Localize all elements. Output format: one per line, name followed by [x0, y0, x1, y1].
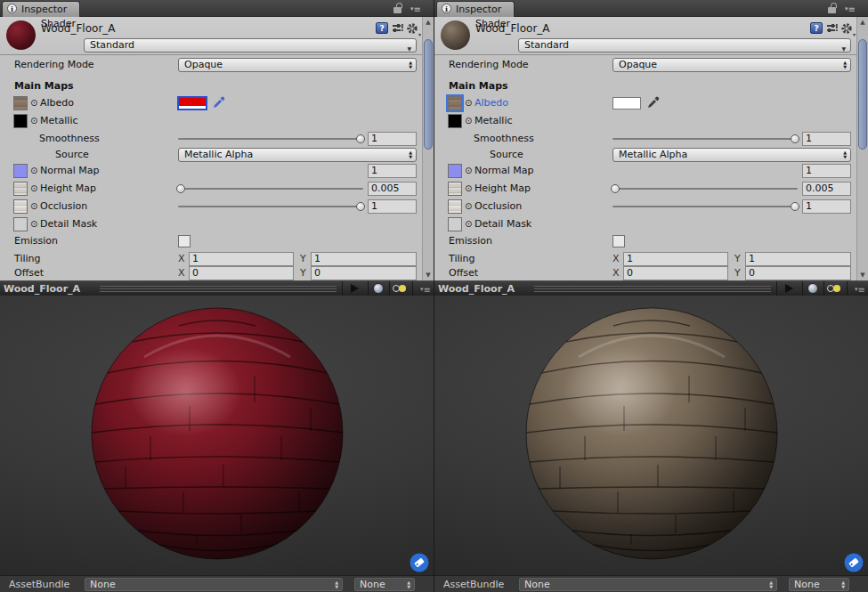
preview-drag-handle[interactable] — [100, 286, 337, 292]
height-map-value[interactable]: 0.005 — [368, 182, 417, 196]
preset-icon[interactable]: ! — [393, 22, 404, 34]
preview-lighting-button[interactable] — [823, 281, 848, 296]
detail-mask-thumb[interactable] — [13, 217, 28, 231]
scroll-down-icon[interactable]: ▼ — [423, 272, 434, 279]
slider-knob[interactable] — [356, 134, 365, 143]
tiling-y-field[interactable]: 1 — [311, 252, 417, 266]
object-picker-icon[interactable]: ⊙ — [30, 98, 37, 109]
lock-icon[interactable] — [828, 7, 836, 13]
tab-menu-icon[interactable] — [845, 4, 856, 14]
normal-map-value[interactable]: 1 — [368, 164, 417, 178]
height-map-thumb[interactable] — [448, 182, 462, 196]
slider-knob[interactable] — [791, 134, 799, 143]
smoothness-slider[interactable] — [178, 138, 363, 140]
assetbundle-variant-dropdown[interactable]: None — [789, 578, 849, 591]
assetbundle-tag-icon[interactable] — [844, 553, 864, 572]
preview-sphere-button[interactable] — [368, 281, 390, 296]
gear-icon[interactable] — [406, 22, 420, 35]
object-picker-icon[interactable]: ⊙ — [465, 219, 472, 230]
emission-checkbox[interactable] — [178, 235, 191, 247]
assetbundle-variant-dropdown[interactable]: None — [354, 578, 415, 591]
eyedropper-icon[interactable] — [213, 96, 225, 109]
offset-x-field[interactable]: 0 — [189, 266, 294, 280]
offset-x-field[interactable]: 0 — [623, 266, 728, 280]
scroll-up-icon[interactable]: ▲ — [857, 19, 868, 26]
height-map-slider[interactable] — [612, 188, 798, 190]
detail-mask-thumb[interactable] — [448, 217, 462, 231]
inspector-scrollbar[interactable]: ▲ ▼ — [422, 17, 434, 280]
rendering-mode-dropdown[interactable]: Opaque — [178, 58, 417, 72]
scroll-down-icon[interactable]: ▼ — [857, 272, 868, 279]
albedo-color-swatch[interactable] — [178, 97, 207, 109]
object-picker-icon[interactable]: ⊙ — [30, 201, 37, 212]
source-dropdown[interactable]: Metallic Alpha — [178, 148, 417, 162]
object-picker-icon[interactable]: ⊙ — [30, 166, 37, 176]
eyedropper-icon[interactable] — [647, 96, 660, 109]
preview-menu-button[interactable] — [847, 281, 868, 296]
assetbundle-dropdown[interactable]: None — [85, 578, 343, 591]
smoothness-value[interactable]: 1 — [802, 132, 851, 146]
smoothness-slider[interactable] — [612, 138, 798, 140]
preview-menu-button[interactable] — [412, 281, 434, 296]
emission-checkbox[interactable] — [612, 235, 625, 247]
shader-dropdown[interactable]: Standard — [84, 38, 417, 53]
inspector-scrollbar[interactable]: ▲ ▼ — [856, 17, 868, 280]
preview-lighting-button[interactable] — [389, 281, 413, 296]
slider-knob[interactable] — [791, 202, 799, 211]
preview-titlebar[interactable]: Wood_Floor_A — [434, 280, 868, 296]
tab-inspector[interactable]: i Inspector — [2, 1, 80, 17]
help-icon[interactable]: ? — [376, 22, 388, 34]
occlusion-value[interactable]: 1 — [802, 199, 851, 214]
tab-menu-icon[interactable] — [410, 4, 421, 14]
slider-knob[interactable] — [356, 202, 365, 211]
gear-icon[interactable] — [840, 22, 855, 35]
object-picker-icon[interactable]: ⊙ — [465, 166, 472, 176]
tiling-y-field[interactable]: 1 — [745, 252, 851, 266]
offset-y-field[interactable]: 0 — [745, 266, 851, 280]
scroll-up-icon[interactable]: ▲ — [423, 19, 434, 26]
occlusion-slider[interactable] — [612, 206, 798, 207]
height-map-thumb[interactable] — [13, 182, 28, 196]
scrollbar-thumb[interactable] — [858, 39, 867, 150]
object-picker-icon[interactable]: ⊙ — [30, 219, 37, 230]
tiling-x-field[interactable]: 1 — [623, 252, 728, 266]
occlusion-value[interactable]: 1 — [368, 199, 417, 214]
tiling-x-field[interactable]: 1 — [189, 252, 294, 266]
object-picker-icon[interactable]: ⊙ — [30, 116, 37, 126]
occlusion-thumb[interactable] — [448, 199, 462, 214]
lock-icon[interactable] — [393, 7, 402, 13]
object-picker-icon[interactable]: ⊙ — [465, 201, 472, 212]
smoothness-value[interactable]: 1 — [368, 132, 417, 146]
material-preview-area[interactable] — [0, 296, 434, 575]
slider-knob[interactable] — [611, 184, 620, 193]
slider-knob[interactable] — [176, 184, 185, 193]
preview-titlebar[interactable]: Wood_Floor_A — [0, 280, 434, 296]
metallic-texture-thumb[interactable] — [448, 114, 462, 128]
albedo-texture-thumb[interactable] — [448, 96, 462, 110]
preview-play-button[interactable] — [342, 281, 369, 296]
object-picker-icon[interactable]: ⊙ — [465, 98, 472, 109]
assetbundle-tag-icon[interactable] — [410, 553, 429, 572]
material-thumb-sphere[interactable] — [6, 20, 36, 50]
albedo-color-swatch[interactable] — [612, 97, 641, 109]
preset-icon[interactable]: ! — [827, 22, 839, 34]
normal-map-thumb[interactable] — [13, 164, 28, 178]
preview-drag-handle[interactable] — [534, 286, 771, 292]
height-map-value[interactable]: 0.005 — [802, 182, 851, 196]
albedo-texture-thumb[interactable] — [13, 96, 28, 110]
object-picker-icon[interactable]: ⊙ — [465, 116, 472, 126]
preview-play-button[interactable] — [776, 281, 803, 296]
metallic-texture-thumb[interactable] — [13, 114, 28, 128]
height-map-slider[interactable] — [178, 188, 363, 190]
source-dropdown[interactable]: Metallic Alpha — [612, 148, 851, 162]
object-picker-icon[interactable]: ⊙ — [30, 183, 37, 194]
scrollbar-thumb[interactable] — [424, 39, 433, 150]
offset-y-field[interactable]: 0 — [311, 266, 417, 280]
shader-dropdown[interactable]: Standard — [518, 38, 851, 53]
tab-inspector[interactable]: i Inspector — [436, 1, 515, 17]
material-thumb-sphere[interactable] — [441, 20, 470, 50]
normal-map-value[interactable]: 1 — [802, 164, 851, 178]
occlusion-thumb[interactable] — [13, 199, 28, 214]
help-icon[interactable]: ? — [810, 22, 823, 34]
occlusion-slider[interactable] — [178, 206, 363, 207]
